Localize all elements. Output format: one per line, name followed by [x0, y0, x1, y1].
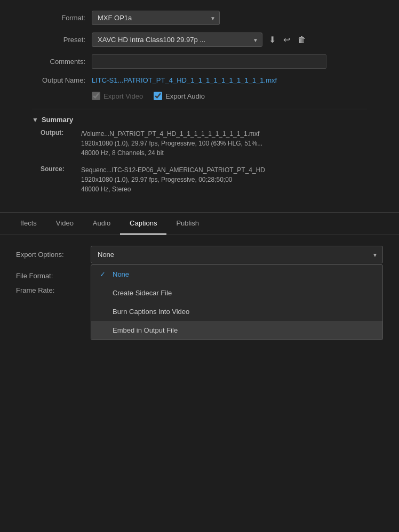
comments-input[interactable] [92, 54, 326, 69]
tab-effects[interactable]: ffects [11, 213, 46, 235]
captions-section: Export Options: None Create Sidecar File… [0, 235, 399, 305]
preset-select[interactable]: XAVC HD Intra Class100 29.97p ... [92, 33, 262, 47]
summary-title: Summary [42, 116, 73, 124]
preset-select-wrapper: XAVC HD Intra Class100 29.97p ... [92, 33, 262, 47]
summary-toggle-icon: ▼ [32, 116, 38, 124]
tabs-section: ffects Video Audio Captions Publish [0, 212, 399, 235]
format-select[interactable]: MXF OP1a [92, 11, 220, 25]
frame-rate-label: Frame Rate: [16, 286, 91, 294]
summary-output-row: Output: /Volume...N_PATRIOT_PT_4_HD_1_1_… [41, 129, 367, 158]
tab-audio[interactable]: Audio [83, 213, 120, 235]
comments-label: Comments: [16, 58, 85, 66]
format-select-wrapper: MXF OP1a [92, 11, 220, 25]
dropdown-item-none[interactable]: ✓ None [91, 265, 382, 284]
export-video-checkbox-item: Export Video [92, 92, 143, 100]
dropdown-item-burn[interactable]: Burn Captions Into Video [91, 302, 382, 321]
summary-content: Output: /Volume...N_PATRIOT_PT_4_HD_1_1_… [41, 129, 367, 194]
dropdown-item-embed[interactable]: Embed in Output File [91, 321, 382, 340]
format-label: Format: [16, 14, 85, 22]
preset-row: Preset: XAVC HD Intra Class100 29.97p ..… [16, 33, 383, 47]
export-options-label: Export Options: [16, 251, 91, 259]
checkbox-row: Export Video Export Audio [92, 92, 383, 100]
summary-source-value: Sequenc...ITC-S12-EP06_AN_AMERICAN_PATRI… [81, 165, 265, 194]
summary-output-label: Output: [41, 129, 78, 158]
preset-icons: ⬇ ↩ 🗑 [267, 34, 308, 46]
summary-header[interactable]: ▼ Summary [32, 116, 367, 124]
tab-publish[interactable]: Publish [166, 213, 209, 235]
export-options-select[interactable]: None Create Sidecar File Burn Captions I… [91, 246, 383, 263]
summary-section: ▼ Summary Output: /Volume...N_PATRIOT_PT… [32, 109, 367, 194]
export-options-dropdown: ✓ None Create Sidecar File Burn Captions… [91, 264, 383, 340]
output-name-link[interactable]: LITC-S1...PATRIOT_PT_4_HD_1_1_1_1_1_1_1_… [92, 76, 277, 84]
output-name-row: Output Name: LITC-S1...PATRIOT_PT_4_HD_1… [16, 76, 383, 84]
tab-captions[interactable]: Captions [120, 213, 166, 235]
export-audio-label: Export Audio [165, 92, 205, 100]
summary-source-row: Source: Sequenc...ITC-S12-EP06_AN_AMERIC… [41, 165, 367, 194]
comments-row: Comments: [16, 54, 383, 69]
summary-output-value: /Volume...N_PATRIOT_PT_4_HD_1_1_1_1_1_1_… [81, 129, 262, 158]
top-section: Format: MXF OP1a Preset: XAVC HD Intra C… [0, 0, 399, 212]
preset-label: Preset: [16, 36, 85, 44]
import-preset-button[interactable]: ↩ [281, 34, 292, 46]
tab-video[interactable]: Video [46, 213, 83, 235]
format-row: Format: MXF OP1a [16, 11, 383, 25]
export-options-select-wrapper: None Create Sidecar File Burn Captions I… [91, 246, 383, 263]
download-preset-button[interactable]: ⬇ [267, 34, 278, 46]
export-audio-checkbox-item: Export Audio [154, 92, 205, 100]
export-audio-checkbox[interactable] [154, 92, 162, 100]
export-video-label: Export Video [103, 92, 143, 100]
summary-source-label: Source: [41, 165, 78, 194]
file-format-label: File Format: [16, 272, 91, 280]
check-icon-none: ✓ [100, 270, 108, 278]
tabs-row: ffects Video Audio Captions Publish [0, 213, 399, 235]
export-options-row: Export Options: None Create Sidecar File… [16, 246, 383, 263]
export-video-checkbox[interactable] [92, 92, 100, 100]
output-name-label: Output Name: [16, 76, 85, 84]
delete-preset-button[interactable]: 🗑 [296, 34, 308, 46]
dropdown-item-sidecar[interactable]: Create Sidecar File [91, 284, 382, 302]
